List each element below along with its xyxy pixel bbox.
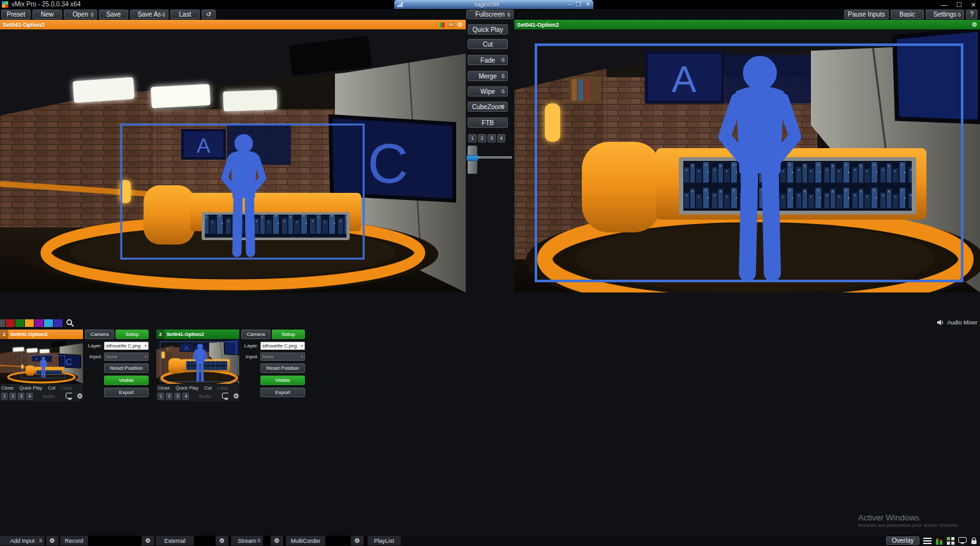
cubezoom-button[interactable]: CubeZoom6 (468, 102, 508, 112)
input-1-settings-gear-icon[interactable]: ⚙ (77, 393, 83, 400)
input-2-cut-button[interactable]: Cut (204, 385, 212, 391)
preset-button[interactable]: Preset (1, 10, 31, 19)
input-1-cut-button[interactable]: Cut (48, 385, 56, 391)
input-1-quick-play-button[interactable]: Quick Play (19, 385, 42, 391)
multicorder-button[interactable]: MultiCorder (286, 536, 325, 545)
settings-button[interactable]: Settings6 (926, 10, 964, 19)
input-2-export-button[interactable]: Export (260, 388, 305, 397)
input-1-setup-button[interactable]: Setup (115, 330, 149, 339)
last-button[interactable]: Last (170, 10, 200, 19)
input-2-overlay-4[interactable]: 4 (182, 393, 189, 400)
program-title-bar[interactable]: Set041-Option2 ⚙ (514, 20, 980, 29)
gear-icon[interactable]: ⚙ (972, 22, 977, 28)
external-button[interactable]: External (156, 536, 194, 545)
open-button[interactable]: Open6 (64, 10, 97, 19)
input-2-setup-button[interactable]: Setup (272, 330, 305, 339)
fullscreen-output-icon[interactable] (222, 393, 229, 400)
monitor-icon[interactable] (958, 537, 967, 544)
help-button[interactable]: ? (966, 10, 977, 19)
transition-tbar-handle[interactable] (466, 155, 479, 161)
new-button[interactable]: New (33, 10, 62, 19)
floating-window-titlebar[interactable]: sagex299 – ❐ ✕ (394, 0, 593, 9)
window-close-button[interactable]: ✕ (971, 1, 976, 8)
input-1-audio-button[interactable]: Audio (42, 393, 54, 399)
cut-button[interactable]: Cut (468, 39, 508, 49)
input-1-tile[interactable]: 1 Set041-Option2 Close Quick Play Cut Lo… (0, 330, 83, 401)
input-1-overlay-2[interactable]: 2 (10, 393, 16, 400)
input-2-camera-button[interactable]: Camera (241, 330, 271, 339)
swatch-orange[interactable] (25, 319, 34, 327)
merge-button[interactable]: Merge6 (468, 71, 508, 81)
audio-meter-icon[interactable] (935, 537, 943, 545)
wipe-button[interactable]: Wipe6 (468, 86, 508, 96)
input-2-settings-gear-icon[interactable]: ⚙ (233, 393, 239, 400)
grid-view-icon[interactable] (947, 537, 954, 545)
input-1-input-dropdown[interactable]: None▾ (104, 353, 149, 361)
input-1-visible-button[interactable]: Visible (104, 375, 149, 385)
input-1-layer-dropdown[interactable]: silhouette C.png▾ (104, 342, 149, 350)
input-1-overlay-3[interactable]: 3 (18, 393, 24, 400)
add-input-button[interactable]: Add Input5 (0, 536, 45, 545)
input-1-close-button[interactable]: Close (1, 385, 13, 391)
input-1-overlay-4[interactable]: 4 (26, 393, 33, 400)
transition-number-1[interactable]: 1 (468, 134, 477, 142)
fade-button[interactable]: Fade6 (468, 55, 508, 65)
window-minimize-button[interactable]: — (941, 1, 947, 8)
program-monitor[interactable] (514, 29, 980, 292)
quick-play-button[interactable]: Quick Play (468, 24, 508, 34)
input-2-reset-position-button[interactable]: Reset Position (260, 363, 305, 373)
floating-minimize-button[interactable]: – (568, 1, 571, 8)
swatch-gray[interactable] (0, 319, 5, 327)
add-input-gear-icon[interactable]: ⚙ (46, 536, 59, 545)
input-1-loop-button[interactable]: Loop (61, 385, 72, 391)
swatch-purple[interactable] (34, 319, 43, 327)
input-1-overlay-1[interactable]: 1 (1, 393, 8, 400)
transition-number-3[interactable]: 3 (487, 134, 496, 142)
input-2-quick-play-button[interactable]: Quick Play (175, 385, 198, 391)
playlist-button[interactable]: PlayList (368, 536, 401, 545)
record-gear-icon[interactable]: ⚙ (142, 536, 154, 545)
multicorder-gear-icon[interactable]: ⚙ (351, 536, 364, 545)
save-button[interactable]: Save (99, 10, 128, 19)
gear-icon[interactable]: ⚙ (457, 22, 463, 28)
fullscreen-output-icon[interactable] (66, 393, 73, 400)
input-1-reset-position-button[interactable]: Reset Position (104, 363, 149, 373)
stream-button[interactable]: Stream5 (231, 536, 263, 545)
preview-title-bar[interactable]: Set041-Option2 ⚙ (0, 20, 466, 29)
floating-close-button[interactable]: ✕ (585, 1, 590, 8)
input-2-visible-button[interactable]: Visible (260, 375, 305, 385)
input-2-thumbnail[interactable] (156, 339, 239, 384)
fullscreen-button[interactable]: Fullscreen6 (466, 10, 514, 19)
menu-icon[interactable] (923, 538, 932, 544)
lock-icon[interactable] (970, 537, 977, 545)
input-2-overlay-3[interactable]: 3 (174, 393, 181, 400)
input-2-input-dropdown[interactable]: None▾ (260, 353, 305, 361)
input-2-audio-button[interactable]: Audio (198, 393, 211, 399)
overlay-button[interactable]: Overlay (886, 536, 919, 545)
input-1-camera-button[interactable]: Camera (85, 330, 114, 339)
window-maximize-button[interactable]: ☐ (956, 1, 962, 8)
basic-button[interactable]: Basic (891, 10, 924, 19)
swatch-cyan[interactable] (44, 319, 53, 327)
external-gear-icon[interactable]: ⚙ (216, 536, 228, 545)
input-2-overlay-2[interactable]: 2 (166, 393, 172, 400)
input-1-thumbnail[interactable] (0, 339, 83, 384)
ftb-button[interactable]: FTB (468, 118, 508, 128)
input-2-overlay-1[interactable]: 1 (158, 393, 164, 400)
input-2-close-button[interactable]: Close (158, 385, 170, 391)
transition-number-2[interactable]: 2 (478, 134, 486, 142)
audio-mixer-toggle[interactable]: Audio Mixer (937, 319, 977, 326)
swatch-blue[interactable] (54, 319, 63, 327)
save-as-button[interactable]: Save As6 (130, 10, 168, 19)
record-button[interactable]: Record (60, 536, 88, 545)
input-2-layer-dropdown[interactable]: silhouette C.png▾ (260, 342, 305, 350)
transition-number-4[interactable]: 4 (497, 134, 505, 142)
loop-icon[interactable]: ↺ (202, 10, 216, 19)
pause-inputs-button[interactable]: Pause Inputs (844, 10, 889, 19)
swatch-red[interactable] (6, 319, 15, 327)
input-2-loop-button[interactable]: Loop (218, 385, 228, 391)
stream-gear-icon[interactable]: ⚙ (271, 536, 283, 545)
preview-monitor[interactable] (0, 29, 466, 292)
input-2-tile[interactable]: 2 Set041-Option2 Close Quick Play Cut Lo… (156, 330, 239, 401)
swatch-green[interactable] (15, 319, 24, 327)
